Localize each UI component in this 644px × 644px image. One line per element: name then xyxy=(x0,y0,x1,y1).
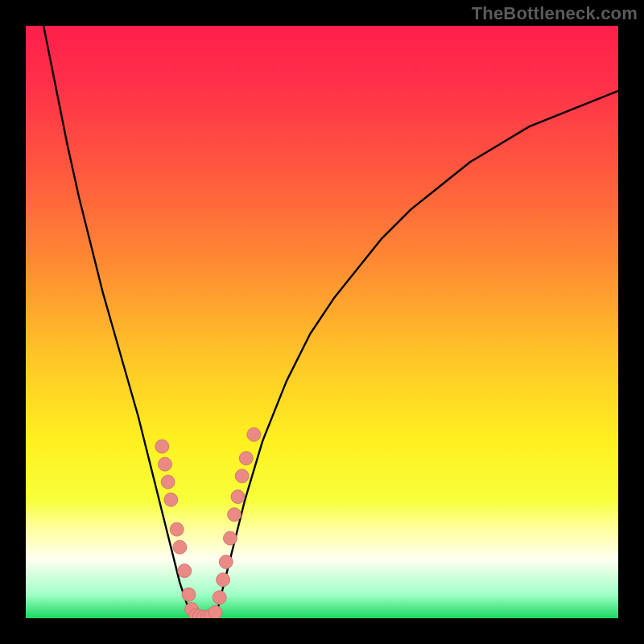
bottleneck-curve xyxy=(43,26,618,618)
marker-dot xyxy=(155,440,169,453)
curve-layer xyxy=(26,26,618,618)
marker-dot xyxy=(161,475,175,489)
plot-area xyxy=(26,26,618,618)
marker-dot xyxy=(239,452,253,465)
marker-dot xyxy=(219,555,233,569)
marker-dot xyxy=(182,588,196,601)
chart-stage: TheBottleneck.com xyxy=(0,0,644,644)
marker-dot xyxy=(223,531,237,545)
marker-dot xyxy=(178,564,192,578)
marker-dot xyxy=(228,508,242,522)
highlight-markers xyxy=(155,427,261,618)
marker-dot xyxy=(231,490,245,504)
marker-dot xyxy=(247,427,261,441)
marker-dot xyxy=(217,573,230,587)
attribution-label: TheBottleneck.com xyxy=(472,3,638,24)
marker-dot xyxy=(235,469,249,483)
marker-dot xyxy=(164,493,178,506)
marker-dot xyxy=(173,540,187,554)
marker-dot xyxy=(170,522,184,536)
marker-dot xyxy=(213,591,226,605)
marker-dot xyxy=(208,605,222,618)
marker-dot xyxy=(158,457,171,471)
